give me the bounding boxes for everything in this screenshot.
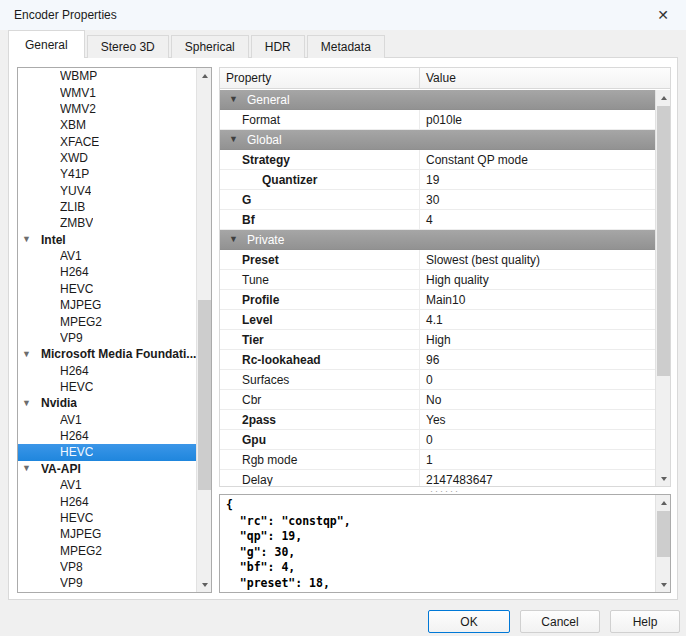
options-scrollbar[interactable] [655, 495, 670, 592]
tree-item-y41p[interactable]: Y41P [18, 166, 196, 182]
tab-spherical[interactable]: Spherical [171, 35, 249, 58]
tree-item-hevc[interactable]: HEVC [18, 379, 196, 395]
scroll-down-icon[interactable] [197, 577, 212, 592]
cancel-button[interactable]: Cancel [520, 610, 600, 633]
property-value[interactable]: 0 [420, 370, 655, 389]
property-value[interactable]: Main10 [420, 290, 655, 309]
column-header-property[interactable]: Property [220, 68, 420, 88]
property-row-2pass[interactable]: 2passYes [220, 410, 655, 430]
property-row-delay[interactable]: Delay2147483647 [220, 470, 655, 486]
close-icon[interactable]: ✕ [648, 2, 678, 28]
tree-item-intel[interactable]: ▼Intel [18, 232, 196, 248]
tree-item-av1[interactable]: AV1 [18, 477, 196, 493]
column-header-value[interactable]: Value [420, 68, 670, 88]
tree-item-av1[interactable]: AV1 [18, 412, 196, 428]
property-row-bf[interactable]: Bf4 [220, 210, 655, 230]
property-value[interactable]: 4.1 [420, 310, 655, 329]
property-row-rc-lookahead[interactable]: Rc-lookahead96 [220, 350, 655, 370]
tree-item-hevc[interactable]: HEVC [18, 281, 196, 297]
tree-item-av1[interactable]: AV1 [18, 248, 196, 264]
table-scrollbar[interactable] [655, 90, 670, 486]
options-text-area[interactable]: { "rc": "constqp", "qp": 19, "g": 30, "b… [219, 494, 671, 593]
splitter-handle[interactable]: ······ [219, 487, 671, 494]
expanded-arrow-icon[interactable]: ▼ [22, 235, 32, 244]
tree-item-va-api[interactable]: ▼VA-API [18, 461, 196, 477]
tree-item-wmv1[interactable]: WMV1 [18, 84, 196, 100]
property-value[interactable]: 1 [420, 450, 655, 469]
tree-item-nvidia[interactable]: ▼Nvidia [18, 395, 196, 411]
tree-item-h264[interactable]: H264 [18, 264, 196, 280]
property-group-private[interactable]: ▼Private [220, 230, 655, 250]
property-value[interactable]: 2147483647 [420, 470, 655, 486]
tree-item-vp8[interactable]: VP8 [18, 559, 196, 575]
property-row-rgb-mode[interactable]: Rgb mode1 [220, 450, 655, 470]
expanded-arrow-icon[interactable]: ▼ [22, 350, 32, 359]
tree-item-vp9[interactable]: VP9 [18, 330, 196, 346]
expanded-arrow-icon[interactable]: ▼ [22, 399, 32, 408]
property-value[interactable]: 30 [420, 190, 655, 209]
tab-metadata[interactable]: Metadata [307, 35, 385, 58]
tree-item-mjpeg[interactable]: MJPEG [18, 526, 196, 542]
tree-item-mpeg2[interactable]: MPEG2 [18, 313, 196, 329]
tab-hdr[interactable]: HDR [251, 35, 305, 58]
property-row-g[interactable]: G30 [220, 190, 655, 210]
options-scrollbar-thumb[interactable] [657, 511, 670, 557]
property-row-cbr[interactable]: CbrNo [220, 390, 655, 410]
property-row-level[interactable]: Level4.1 [220, 310, 655, 330]
property-group-general[interactable]: ▼General [220, 90, 655, 110]
tree-item-h264[interactable]: H264 [18, 362, 196, 378]
property-group-global[interactable]: ▼Global [220, 130, 655, 150]
property-value[interactable]: 19 [420, 170, 655, 189]
property-row-tier[interactable]: TierHigh [220, 330, 655, 350]
scroll-up-icon[interactable] [656, 495, 671, 510]
tree-item-yuv4[interactable]: YUV4 [18, 183, 196, 199]
scroll-down-icon[interactable] [656, 471, 671, 486]
tree-item-zmbv[interactable]: ZMBV [18, 215, 196, 231]
tree-item-microsoft-media-foundati[interactable]: ▼Microsoft Media Foundati... [18, 346, 196, 362]
property-row-format[interactable]: Formatp010le [220, 110, 655, 130]
group-collapse-icon[interactable]: ▼ [229, 135, 247, 144]
group-collapse-icon[interactable]: ▼ [229, 95, 247, 104]
tree-item-xbm[interactable]: XBM [18, 117, 196, 133]
tree-item-mpeg2[interactable]: MPEG2 [18, 542, 196, 558]
tree-item-xface[interactable]: XFACE [18, 133, 196, 149]
property-value[interactable]: No [420, 390, 655, 409]
scroll-up-icon[interactable] [656, 90, 671, 105]
property-value[interactable]: Slowest (best quality) [420, 250, 655, 269]
property-row-profile[interactable]: ProfileMain10 [220, 290, 655, 310]
property-value[interactable]: 0 [420, 430, 655, 449]
property-row-gpu[interactable]: Gpu0 [220, 430, 655, 450]
property-value[interactable]: p010le [420, 110, 655, 129]
property-row-tune[interactable]: TuneHigh quality [220, 270, 655, 290]
tab-general[interactable]: General [8, 30, 85, 58]
property-value[interactable]: 96 [420, 350, 655, 369]
property-value[interactable]: Constant QP mode [420, 150, 655, 169]
tree-item-h264[interactable]: H264 [18, 493, 196, 509]
tree-item-zlib[interactable]: ZLIB [18, 199, 196, 215]
group-collapse-icon[interactable]: ▼ [229, 235, 247, 244]
ok-button[interactable]: OK [428, 610, 510, 633]
property-value[interactable]: High quality [420, 270, 655, 289]
table-scrollbar-thumb[interactable] [657, 106, 670, 376]
tab-stereo-3d[interactable]: Stereo 3D [87, 35, 169, 58]
tree-item-wmv2[interactable]: WMV2 [18, 101, 196, 117]
expanded-arrow-icon[interactable]: ▼ [22, 464, 32, 473]
tree-item-wbmp[interactable]: WBMP [18, 68, 196, 84]
property-row-strategy[interactable]: StrategyConstant QP mode [220, 150, 655, 170]
help-button[interactable]: Help [610, 610, 680, 633]
property-value[interactable]: Yes [420, 410, 655, 429]
tree-scrollbar-thumb[interactable] [198, 300, 211, 490]
tree-item-h264[interactable]: H264 [18, 428, 196, 444]
tree-item-vp9[interactable]: VP9 [18, 575, 196, 591]
scroll-down-icon[interactable] [656, 577, 671, 592]
property-row-surfaces[interactable]: Surfaces0 [220, 370, 655, 390]
property-row-quantizer[interactable]: Quantizer19 [220, 170, 655, 190]
property-row-preset[interactable]: PresetSlowest (best quality) [220, 250, 655, 270]
property-value[interactable]: High [420, 330, 655, 349]
tree-item-xwd[interactable]: XWD [18, 150, 196, 166]
tree-item-mjpeg[interactable]: MJPEG [18, 297, 196, 313]
tree-scrollbar[interactable] [196, 68, 211, 592]
tree-item-hevc[interactable]: HEVC [18, 444, 196, 460]
scroll-up-icon[interactable] [197, 68, 212, 83]
tree-item-hevc[interactable]: HEVC [18, 510, 196, 526]
